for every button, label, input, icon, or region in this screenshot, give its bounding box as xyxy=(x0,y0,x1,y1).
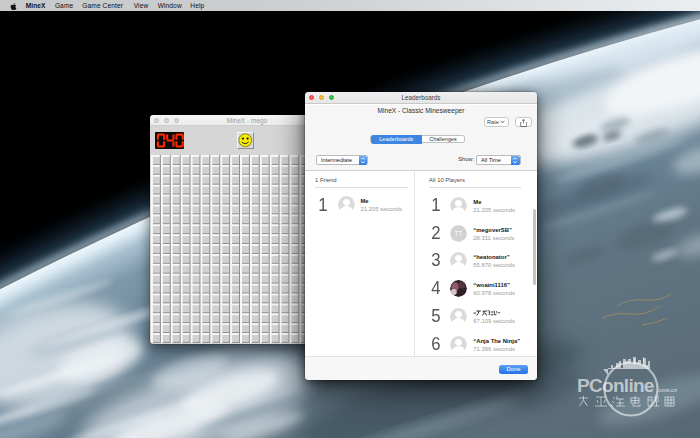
svg-text:PConline: PConline xyxy=(577,375,654,396)
svg-text:TT: TT xyxy=(455,230,463,237)
svg-text:.com.cn: .com.cn xyxy=(658,387,678,393)
